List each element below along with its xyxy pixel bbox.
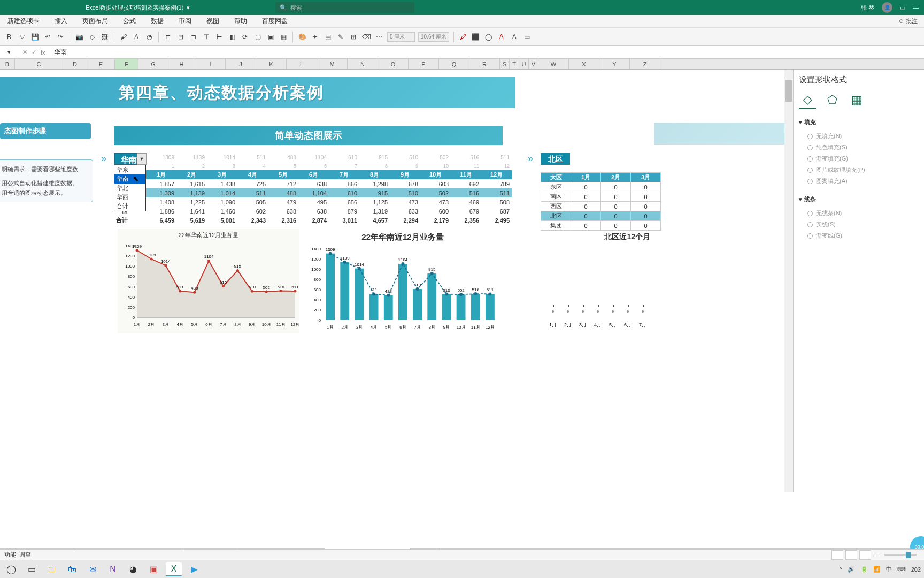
group-icon[interactable]: ▢ <box>253 32 263 42</box>
tab-new[interactable]: 新建选项卡 <box>5 14 42 28</box>
minimize-icon[interactable]: — <box>913 4 919 11</box>
volume-icon[interactable]: 🔊 <box>848 566 855 573</box>
rotate-icon[interactable]: ⟳ <box>240 32 250 42</box>
tab-data[interactable]: 数据 <box>149 14 166 28</box>
fill-tab-icon[interactable]: ◇ <box>799 92 816 109</box>
excel-icon[interactable]: X <box>166 562 182 576</box>
tab-review[interactable]: 审阅 <box>176 14 194 28</box>
col-W[interactable]: W <box>538 59 569 69</box>
page-break-button[interactable] <box>859 550 871 560</box>
col-G[interactable]: G <box>138 59 168 69</box>
font-color-icon[interactable]: A <box>497 32 506 42</box>
redo-icon[interactable]: ↷ <box>56 32 65 42</box>
align-middle-icon[interactable]: ⊢ <box>214 32 224 42</box>
chevron-down-icon[interactable]: ▾ <box>187 4 190 11</box>
col-B[interactable]: B <box>0 59 15 69</box>
height-input[interactable]: 10.64 厘米 <box>418 32 449 42</box>
col-R[interactable]: R <box>469 59 500 69</box>
zoom-knob[interactable] <box>906 552 911 558</box>
col-N[interactable]: N <box>348 59 378 69</box>
start-button[interactable]: ◯ <box>3 562 19 576</box>
ime-icon[interactable]: 中 <box>886 565 892 573</box>
col-P[interactable]: P <box>409 59 439 69</box>
align-top-icon[interactable]: ⊤ <box>202 32 211 42</box>
col-D[interactable]: D <box>63 59 87 69</box>
dd-item-huanan[interactable]: 华南 <box>114 174 145 184</box>
tab-baidu[interactable]: 百度网盘 <box>260 14 290 28</box>
avatar[interactable]: 👤 <box>882 2 892 13</box>
zoom-slider[interactable] <box>884 554 917 556</box>
app-icon[interactable]: ▣ <box>145 562 161 576</box>
line-opt-gradient[interactable]: 渐变线(G) <box>807 230 919 241</box>
browser-icon[interactable]: ▶ <box>186 562 202 576</box>
edit-icon[interactable]: ✎ <box>336 32 345 42</box>
comment-button[interactable]: ☺ 批注 <box>896 15 920 27</box>
more-icon[interactable]: ⋯ <box>374 32 384 42</box>
crop-icon[interactable]: ◧ <box>227 32 237 42</box>
search-box[interactable]: 🔍 搜索 <box>275 2 414 13</box>
col-L[interactable]: L <box>287 59 317 69</box>
user-name[interactable]: 张 琴 <box>861 4 874 12</box>
vertical-scrollbar[interactable] <box>784 70 793 492</box>
page-layout-button[interactable] <box>845 550 857 560</box>
check-icon[interactable]: ✓ <box>32 49 36 56</box>
textbox-icon[interactable]: A <box>132 32 141 42</box>
col-Y[interactable]: Y <box>599 59 630 69</box>
fill-opt-none[interactable]: 无填充(N) <box>807 131 919 142</box>
col-F[interactable]: F <box>115 59 138 69</box>
fill-opt-solid[interactable]: 纯色填充(S) <box>807 142 919 153</box>
chrome-icon[interactable]: ◕ <box>125 562 141 576</box>
size-tab-icon[interactable]: ▦ <box>848 92 865 109</box>
col-J[interactable]: J <box>226 59 256 69</box>
col-H[interactable]: H <box>168 59 195 69</box>
ungroup-icon[interactable]: ▣ <box>266 32 275 42</box>
tab-formula[interactable]: 公式 <box>121 14 138 28</box>
tray-up-icon[interactable]: ^ <box>839 566 842 573</box>
effects-icon[interactable]: ✦ <box>310 32 320 42</box>
scrollbar-thumb[interactable] <box>785 80 792 102</box>
col-E[interactable]: E <box>87 59 115 69</box>
cancel-icon[interactable]: ✕ <box>22 49 27 56</box>
clear-icon[interactable]: ⌫ <box>361 32 371 42</box>
dd-item-huadong[interactable]: 华东 <box>114 165 145 174</box>
sheet-canvas[interactable]: 第四章、动态数据分析案例 态图制作步骤 明确需求，需要看哪些维度数 用公式自动化… <box>0 70 793 492</box>
shapes-icon[interactable]: ◇ <box>87 32 97 42</box>
fill-opt-picture[interactable]: 图片或纹理填充(P) <box>807 164 919 176</box>
col-K[interactable]: K <box>256 59 287 69</box>
keyboard-icon[interactable]: ⌨ <box>897 566 906 573</box>
width-input[interactable]: 5 厘米 <box>387 32 415 42</box>
tab-insert[interactable]: 插入 <box>52 14 70 28</box>
col-Z[interactable]: Z <box>630 59 660 69</box>
front-icon[interactable]: ▦ <box>279 32 288 42</box>
col-I[interactable]: I <box>195 59 226 69</box>
col-S[interactable]: S <box>500 59 510 69</box>
col-T[interactable]: T <box>510 59 519 69</box>
fill-opt-pattern[interactable]: 图案填充(A) <box>807 176 919 187</box>
chart-icon[interactable]: ◔ <box>144 32 154 42</box>
fx-icon[interactable]: fx <box>41 49 45 56</box>
window-icon[interactable]: ▭ <box>900 4 905 11</box>
zoom-out-icon[interactable]: — <box>873 552 879 558</box>
line-opt-none[interactable]: 无线条(N) <box>807 208 919 219</box>
dd-item-heji[interactable]: 合计 <box>114 202 145 211</box>
picture-icon[interactable]: 🖼 <box>100 32 110 42</box>
outline-icon[interactable]: ◯ <box>484 32 494 42</box>
format-icon[interactable]: ⊞ <box>349 32 358 42</box>
dropdown-list[interactable]: 华东 华南 华北 华西 合计 <box>114 165 146 211</box>
fill-color-icon[interactable]: 🖍 <box>458 32 468 42</box>
save-icon[interactable]: 💾 <box>30 32 40 42</box>
name-box[interactable]: ▾ <box>0 46 18 58</box>
dd-item-huaxi[interactable]: 华西 <box>114 193 145 202</box>
align-right-icon[interactable]: ⊐ <box>189 32 198 42</box>
dd-item-huabei[interactable]: 华北 <box>114 184 145 193</box>
store-icon[interactable]: 🛍 <box>64 562 80 576</box>
chart3[interactable]: 北区近12个月 01月02月03月04月05月06月07月 <box>535 229 652 336</box>
col-X[interactable]: X <box>569 59 599 69</box>
camera-icon[interactable]: 📷 <box>74 32 84 42</box>
clock-date[interactable]: 202 <box>911 566 921 573</box>
effects-tab-icon[interactable]: ⬠ <box>823 92 841 109</box>
col-V[interactable]: V <box>529 59 538 69</box>
file-explorer-icon[interactable]: 🗀 <box>44 562 60 576</box>
tab-help[interactable]: 帮助 <box>232 14 249 28</box>
battery-icon[interactable]: 🔋 <box>860 566 868 573</box>
